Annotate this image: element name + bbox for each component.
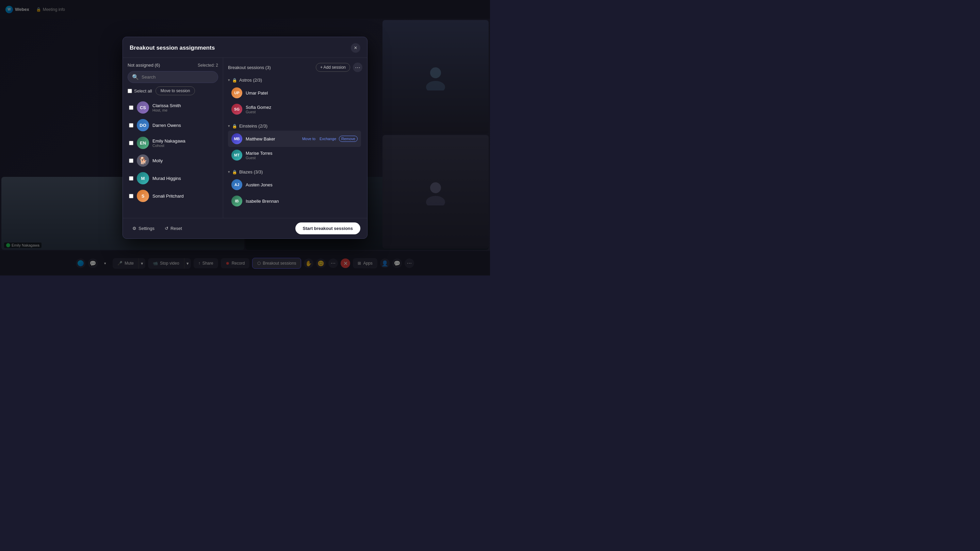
participant-checkbox-murad[interactable] bbox=[129, 176, 134, 181]
sessions-more-icon: ⋯ bbox=[355, 64, 360, 71]
breakout-modal: Breakout session assignments × Not assig… bbox=[123, 37, 368, 239]
participant-checkbox-clarissa[interactable] bbox=[129, 105, 134, 110]
avatar-isabelle: IB bbox=[231, 195, 242, 206]
participant-item[interactable]: DO Darren Owens bbox=[127, 116, 218, 134]
participant-item[interactable]: M Murad Higgins bbox=[127, 169, 218, 187]
modal-title: Breakout session assignments bbox=[130, 44, 215, 51]
session-member-isabelle[interactable]: IB Isabelle Brennan bbox=[228, 193, 361, 209]
session-member-austen[interactable]: AJ Austen Jones bbox=[228, 176, 361, 193]
participant-name-emily: Emily Nakagawa bbox=[153, 138, 217, 143]
session-header-einsteins[interactable]: ▾ 🔒 Einsteins (2/3) bbox=[228, 121, 361, 130]
reset-button[interactable]: ↺ Reset bbox=[162, 224, 185, 232]
select-all-text: Select all bbox=[134, 89, 152, 94]
right-panel-actions: + Add session ⋯ bbox=[316, 63, 363, 72]
name-marise: Marise Torres bbox=[246, 151, 358, 156]
participant-name-clarissa: Clarissa Smith bbox=[153, 103, 217, 108]
matthew-actions: Move to Exchange Remove bbox=[301, 136, 358, 142]
participant-avatar-sonali: S bbox=[137, 190, 149, 202]
participant-item[interactable]: S Sonali Pritchard bbox=[127, 187, 218, 205]
reset-label: Reset bbox=[170, 226, 182, 231]
start-breakout-button[interactable]: Start breakout sessions bbox=[295, 222, 360, 234]
name-matthew: Matthew Baker bbox=[246, 137, 298, 141]
avatar-umar: UP bbox=[231, 87, 242, 98]
name-umar: Umar Patel bbox=[246, 91, 358, 95]
selected-count: Selected: 2 bbox=[198, 63, 218, 68]
role-sofia: Guest bbox=[246, 110, 358, 114]
participant-avatar-murad: M bbox=[137, 172, 149, 184]
participant-name-darren: Darren Owens bbox=[153, 123, 217, 128]
participant-info-emily: Emily Nakagawa Cohost bbox=[153, 138, 217, 148]
session-member-marise[interactable]: MT Marise Torres Guest bbox=[228, 147, 361, 163]
chevron-astros: ▾ bbox=[228, 78, 230, 82]
add-session-label: + Add session bbox=[320, 65, 346, 70]
select-all-label[interactable]: Select all bbox=[127, 89, 152, 94]
session-group-astros: ▾ 🔒 Astros (2/3) UP Umar Patel SG Sofia … bbox=[228, 76, 361, 118]
sessions-more-button[interactable]: ⋯ bbox=[353, 63, 363, 72]
participant-avatar-emily: EN bbox=[137, 137, 149, 149]
participant-role-emily: Cohost bbox=[153, 143, 217, 148]
modal-footer: ⚙ Settings ↺ Reset Start breakout sessio… bbox=[123, 218, 367, 238]
settings-label: Settings bbox=[138, 226, 154, 231]
lock-astros: 🔒 bbox=[232, 78, 237, 83]
participant-item[interactable]: EN Emily Nakagawa Cohost bbox=[127, 134, 218, 152]
move-to-session-label: Move to session bbox=[161, 89, 190, 93]
actions-row: Select all Move to session bbox=[127, 86, 218, 95]
add-session-button[interactable]: + Add session bbox=[316, 63, 350, 72]
session-name-einsteins: Einsteins (2/3) bbox=[239, 124, 267, 129]
exchange-link[interactable]: Exchange bbox=[318, 136, 337, 141]
participant-checkbox-emily[interactable] bbox=[129, 141, 134, 145]
search-icon: 🔍 bbox=[132, 74, 139, 80]
search-input[interactable] bbox=[142, 75, 214, 79]
session-header-astros[interactable]: ▾ 🔒 Astros (2/3) bbox=[228, 76, 361, 85]
name-sofia: Sofia Gomez bbox=[246, 105, 358, 110]
session-group-einsteins: ▾ 🔒 Einsteins (2/3) MB Matthew Baker Mov… bbox=[228, 121, 361, 163]
modal-body: Not assigned (6) Selected: 2 🔍 Select al… bbox=[123, 58, 367, 218]
left-panel-header: Not assigned (6) Selected: 2 bbox=[127, 63, 218, 68]
participant-list: CS Clarissa Smith Host, me DO Darren Owe… bbox=[127, 98, 218, 213]
session-group-blazes: ▾ 🔒 Blazes (3/3) AJ Austen Jones IB Isab… bbox=[228, 167, 361, 209]
move-to-link[interactable]: Move to bbox=[301, 136, 317, 141]
settings-icon: ⚙ bbox=[132, 226, 137, 231]
session-member-umar[interactable]: UP Umar Patel bbox=[228, 85, 361, 101]
modal-close-button[interactable]: × bbox=[351, 43, 360, 53]
select-all-checkbox[interactable] bbox=[127, 89, 132, 93]
participant-info-murad: Murad Higgins bbox=[153, 176, 217, 181]
sessions-scroll[interactable]: ▾ 🔒 Astros (2/3) UP Umar Patel SG Sofia … bbox=[228, 76, 363, 213]
move-to-session-button[interactable]: Move to session bbox=[156, 86, 195, 95]
participant-info-darren: Darren Owens bbox=[153, 123, 217, 128]
participant-avatar-molly: 🐕 bbox=[137, 154, 149, 167]
avatar-sofia: SG bbox=[231, 104, 242, 114]
role-marise: Guest bbox=[246, 156, 358, 160]
not-assigned-title: Not assigned (6) bbox=[127, 63, 160, 68]
session-member-matthew[interactable]: MB Matthew Baker Move to Exchange Remove bbox=[228, 130, 361, 147]
lock-blazes: 🔒 bbox=[232, 170, 237, 175]
participant-role-clarissa: Host, me bbox=[153, 108, 217, 112]
remove-button[interactable]: Remove bbox=[339, 136, 358, 142]
name-isabelle: Isabelle Brennan bbox=[246, 198, 358, 204]
participant-name-molly: Molly bbox=[153, 158, 217, 163]
participant-checkbox-darren[interactable] bbox=[129, 123, 134, 127]
participant-info-clarissa: Clarissa Smith Host, me bbox=[153, 103, 217, 112]
participant-checkbox-molly[interactable] bbox=[129, 159, 134, 163]
participant-item[interactable]: 🐕 Molly bbox=[127, 152, 218, 169]
start-label: Start breakout sessions bbox=[303, 226, 353, 231]
participant-name-murad: Murad Higgins bbox=[153, 176, 217, 181]
participant-name-sonali: Sonali Pritchard bbox=[153, 194, 217, 198]
participant-item[interactable]: CS Clarissa Smith Host, me bbox=[127, 98, 218, 116]
search-box[interactable]: 🔍 bbox=[127, 71, 218, 83]
session-name-blazes: Blazes (3/3) bbox=[239, 169, 263, 175]
modal-header: Breakout session assignments × bbox=[123, 37, 367, 58]
avatar-marise: MT bbox=[231, 150, 242, 160]
session-name-astros: Astros (2/3) bbox=[239, 78, 262, 83]
session-member-sofia[interactable]: SG Sofia Gomez Guest bbox=[228, 101, 361, 118]
right-panel: Breakout sessions (3) + Add session ⋯ bbox=[223, 58, 367, 218]
settings-button[interactable]: ⚙ Settings bbox=[130, 224, 157, 232]
modal-overlay: Breakout session assignments × Not assig… bbox=[0, 0, 490, 275]
session-header-blazes[interactable]: ▾ 🔒 Blazes (3/3) bbox=[228, 167, 361, 176]
left-panel: Not assigned (6) Selected: 2 🔍 Select al… bbox=[123, 58, 223, 218]
participant-avatar-darren: DO bbox=[137, 119, 149, 131]
chevron-einsteins: ▾ bbox=[228, 124, 230, 128]
participant-checkbox-sonali[interactable] bbox=[129, 194, 134, 198]
avatar-matthew: MB bbox=[231, 133, 242, 144]
avatar-austen: AJ bbox=[231, 179, 242, 190]
